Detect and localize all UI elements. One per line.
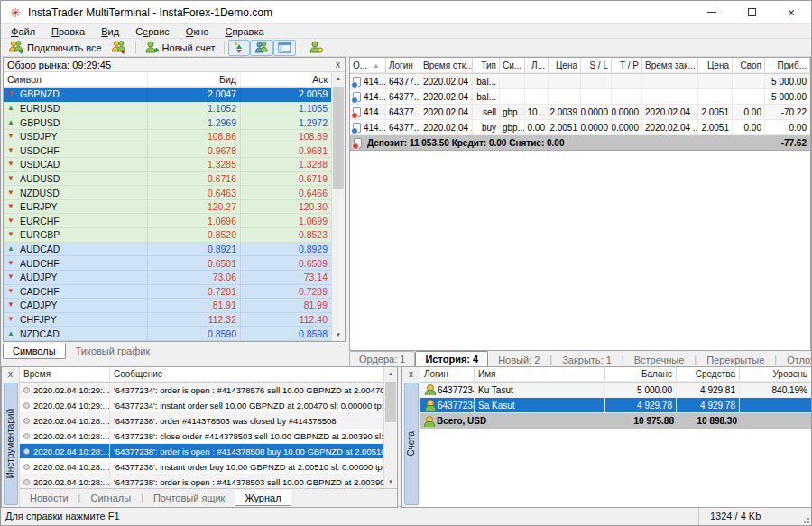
scroll-track[interactable] [332, 85, 345, 328]
history-row-3[interactable]: 414...64377...2020.02.04 ...buygbp...0.0… [350, 120, 810, 135]
scroll-down-icon[interactable]: ▼ [384, 475, 397, 488]
market-row-nzdusd[interactable]: ▼NZDUSD0.64630.6466 [4, 186, 331, 200]
menu-item-2[interactable]: Вид [93, 26, 127, 37]
market-row-usdcad[interactable]: ▼USDCAD1.32851.3288 [4, 158, 331, 172]
toggle-terminal-button[interactable] [273, 40, 296, 56]
market-watch-tab-1[interactable]: Тиковый график [66, 343, 161, 359]
orders-tabs: Ордера: 1История: 4Новый: 2|Закрыть: 1|В… [349, 351, 811, 366]
column-header-1[interactable]: Логин [386, 58, 420, 73]
new-account-button[interactable]: Новый счет [140, 40, 220, 56]
market-row-eurchf[interactable]: ▼EURCHF1.06961.0699 [4, 214, 331, 228]
market-row-gbpusd[interactable]: ▲GBPUSD1.29691.2972 [4, 115, 331, 130]
account-row-64377234[interactable]: 64377234Ku Tasut5 000.004 929.81840.19% [420, 383, 812, 398]
menu-item-3[interactable]: Сервис [127, 26, 178, 37]
column-header-0[interactable]: Время [20, 367, 110, 382]
column-header-11[interactable]: Своп [733, 58, 765, 73]
column-header-3[interactable]: Тип [473, 58, 500, 73]
journal-tab-1[interactable]: Сигналы [80, 490, 141, 506]
toggle-market-watch-button[interactable] [228, 40, 250, 56]
market-row-nzdcad[interactable]: ▲NZDCAD0.85900.8598 [4, 327, 331, 341]
history-row-2[interactable]: 414...64377...2020.02.04 ...sellgbp...10… [350, 105, 810, 120]
maximize-button[interactable] [732, 1, 771, 23]
journal-row-2[interactable]: 2020.02.04 10:28:...'64377238': order #4… [20, 413, 383, 429]
accounts-summary-label-cell: Всего, USD [420, 416, 605, 427]
journal-row-4[interactable]: 2020.02.04 10:28:...'64377238': order is… [20, 444, 383, 459]
market-row-eurgbp[interactable]: ▼EURGBP0.85200.8523 [4, 228, 331, 243]
column-header-9[interactable]: Время зак... [642, 58, 698, 73]
market-row-gbpnzd[interactable]: ▼GBPNZD2.00472.0059 [4, 88, 331, 102]
toolbox-close-icon[interactable]: x [8, 367, 13, 381]
column-header-2[interactable]: Баланс [605, 367, 677, 382]
column-header-0[interactable]: Символ [4, 72, 148, 87]
accounts-close-icon[interactable]: x [409, 367, 413, 381]
orders-tab-0[interactable]: Ордера: 1 [349, 351, 415, 367]
column-header-6[interactable]: Цена [549, 58, 581, 73]
market-watch-tab-0[interactable]: Символы [3, 343, 66, 359]
column-header-10[interactable]: Цена [698, 58, 733, 73]
account-row-64377238[interactable]: 64377238Sa Kasut4 929.784 929.78 [420, 398, 812, 413]
history-row-0[interactable]: 414...64377...2020.02.04 ...bal...5 000.… [350, 74, 810, 89]
column-header-4[interactable]: Уровень [740, 367, 812, 382]
status-traffic: 1324 / 4 Kb [699, 511, 800, 521]
market-row-audusd[interactable]: ▼AUDUSD0.67160.6719 [4, 172, 331, 187]
market-row-eurjpy[interactable]: ▼EURJPY120.27120.30 [4, 200, 331, 215]
column-header-0[interactable]: Логин [420, 367, 475, 382]
scroll-up-icon[interactable]: ▲ [332, 72, 345, 85]
scroll-up-icon[interactable]: ▲ [384, 367, 397, 380]
market-row-cadchf[interactable]: ▼CADCHF0.72810.7289 [4, 285, 331, 300]
symbol-cell: ▼EURGBP [4, 228, 148, 243]
close-button[interactable]: × [771, 1, 811, 23]
accounts-vertical-tab[interactable]: Счета [404, 383, 419, 505]
journal-tab-0[interactable]: Новости [20, 490, 78, 506]
column-header-2[interactable]: Время отк... [420, 58, 473, 73]
column-header-8[interactable]: T / P [612, 58, 642, 73]
market-row-usdchf[interactable]: ▼USDCHF0.96780.9681 [4, 143, 331, 158]
column-header-1[interactable]: Имя [475, 367, 605, 382]
minimize-button[interactable] [692, 1, 732, 23]
ask-cell: 81.99 [241, 299, 331, 313]
menu-item-4[interactable]: Окно [178, 26, 217, 37]
resize-grip[interactable] [800, 514, 811, 525]
scroll-track[interactable] [384, 380, 397, 475]
menu-item-1[interactable]: Правка [43, 26, 93, 37]
journal-row-5[interactable]: 2020.02.04 10:28:...'64377238': instant … [20, 459, 383, 475]
column-header-12[interactable]: Приб... [765, 58, 810, 73]
journal-tab-2[interactable]: Почтовый ящик [143, 490, 235, 506]
market-row-eurusd[interactable]: ▲EURUSD1.10521.1055 [4, 102, 331, 116]
journal-row-1[interactable]: 2020.02.04 10:29:...'64377234': instant … [20, 398, 383, 413]
market-row-chfjpy[interactable]: ▼CHFJPY112.32112.40 [4, 313, 331, 328]
symbol-cell: ▼USDJPY [4, 130, 148, 144]
scroll-down-icon[interactable]: ▼ [332, 328, 345, 341]
orders-tab-1[interactable]: История: 4 [415, 351, 488, 367]
menu-item-5[interactable]: Справка [217, 26, 272, 37]
column-header-1[interactable]: Бид [148, 72, 241, 87]
scroll-thumb[interactable] [385, 382, 396, 422]
column-header-2[interactable]: Аск [241, 72, 331, 87]
column-header-3[interactable]: Средства [677, 367, 740, 382]
market-row-audjpy[interactable]: ▼AUDJPY73.0673.14 [4, 271, 331, 285]
journal-scrollbar[interactable]: ▲ ▼ [383, 367, 397, 488]
history-row-1[interactable]: 414...64377...2020.02.04 ...bal...5 000.… [350, 89, 810, 105]
journal-tab-3[interactable]: Журнал [235, 490, 291, 506]
scroll-thumb[interactable] [333, 87, 344, 189]
market-row-audcad[interactable]: ▲AUDCAD0.89210.8929 [4, 243, 331, 257]
column-header-5[interactable]: Л... [525, 58, 549, 73]
market-watch-scrollbar[interactable]: ▲ ▼ [331, 72, 345, 341]
balance-cell: 5 000.00 [605, 383, 677, 398]
column-header-0[interactable]: О...▲ [350, 58, 386, 73]
column-header-4[interactable]: Си... [500, 58, 525, 73]
market-row-audchf[interactable]: ▼AUDCHF0.65010.6509 [4, 256, 331, 271]
menu-item-0[interactable]: Файл [3, 26, 43, 37]
journal-row-0[interactable]: 2020.02.04 10:29:...'64377234': order is… [20, 383, 383, 398]
column-header-7[interactable]: S / L [581, 58, 612, 73]
disconnect-all-button[interactable] [106, 40, 132, 56]
journal-row-3[interactable]: 2020.02.04 10:28:...'64377238': close or… [20, 429, 383, 444]
account-settings-button[interactable] [304, 40, 328, 56]
market-watch-close-icon[interactable]: x [331, 60, 345, 69]
toolbox-vertical-tab[interactable]: Инструментарий [4, 383, 18, 505]
column-header-1[interactable]: Сообщение [110, 367, 383, 382]
market-row-usdjpy[interactable]: ▼USDJPY108.86108.89 [4, 130, 331, 144]
market-row-cadjpy[interactable]: ▼CADJPY81.9181.99 [4, 299, 331, 313]
toggle-accounts-button[interactable] [250, 40, 273, 56]
connect-all-button[interactable]: Подключить все [4, 40, 106, 56]
